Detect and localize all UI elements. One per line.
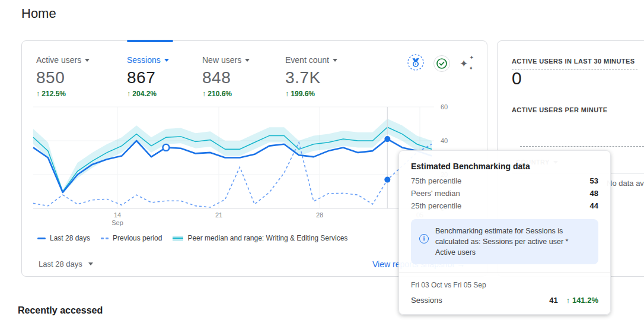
metric-value: 850 <box>36 68 90 87</box>
sparkles-icon[interactable]: ✦✦✦ <box>460 56 474 71</box>
active-users-30min-label[interactable]: ACTIVE USERS IN LAST 30 MINUTES <box>512 58 637 69</box>
svg-text:21: 21 <box>215 211 222 219</box>
tooltip-sessions-row: Sessions 41 ↑ 141.2% <box>399 289 610 314</box>
recently-accessed-heading: Recently accessed <box>18 305 103 316</box>
metric-value: 848 <box>202 68 250 87</box>
verified-check-icon[interactable] <box>433 55 450 72</box>
comparison-dates: Fri 03 Oct vs Fri 05 Sep <box>399 273 610 289</box>
benchmark-note: i Benchmarking estimate for Sessions is … <box>411 219 598 264</box>
legend-peer-median: Peer median and range: Writing & Editing… <box>173 234 347 242</box>
tooltip-title: Estimated Benchmarking data <box>399 151 610 175</box>
metric-delta: ↑ 199.6% <box>285 90 337 98</box>
chevron-down-icon <box>333 59 337 62</box>
metric-value: 867 <box>127 68 169 87</box>
tooltip-row-25th: 25th percentile 44 <box>399 200 610 212</box>
dashed-line-swatch <box>101 238 109 239</box>
svg-text:40: 40 <box>441 137 448 144</box>
metric-event-count[interactable]: Event count 3.7K ↑ 199.6% <box>285 55 337 98</box>
benchmarking-medal-icon[interactable] <box>407 54 424 73</box>
metric-value: 3.7K <box>285 68 337 87</box>
metric-delta: ↑ 212.5% <box>36 90 90 98</box>
active-users-per-minute-label: ACTIVE USERS PER MINUTE <box>512 106 607 113</box>
metric-new-users[interactable]: New users 848 ↑ 210.6% <box>202 55 250 98</box>
metric-label: Sessions <box>127 55 161 65</box>
metric-sessions[interactable]: Sessions 867 ↑ 204.2% <box>127 55 169 98</box>
page-title: Home <box>21 6 56 21</box>
band-swatch <box>173 236 183 241</box>
svg-text:28: 28 <box>316 211 323 219</box>
tooltip-row-median: Peers' median 48 <box>399 187 610 200</box>
metric-delta: ↑ 204.2% <box>127 90 169 98</box>
chevron-down-icon <box>245 59 250 62</box>
svg-text:Sep: Sep <box>111 219 123 226</box>
legend-previous-period: Previous period <box>101 234 162 242</box>
per-minute-baseline <box>520 146 644 147</box>
selected-metric-indicator <box>127 40 173 42</box>
metric-delta: ↑ 210.6% <box>202 90 250 98</box>
chevron-down-icon <box>164 59 169 62</box>
benchmarking-tooltip: Estimated Benchmarking data 75th percent… <box>398 150 611 315</box>
solid-line-swatch <box>37 238 46 239</box>
chart-legend: Last 28 days Previous period Peer median… <box>37 234 347 242</box>
info-icon: i <box>419 234 429 243</box>
metric-label: Active users <box>36 55 81 65</box>
legend-last-28-days: Last 28 days <box>37 234 90 242</box>
metric-label: New users <box>202 55 241 65</box>
metric-label: Event count <box>285 55 329 65</box>
svg-text:14: 14 <box>114 211 121 219</box>
active-users-30min-value: 0 <box>512 68 522 88</box>
chevron-down-icon <box>85 59 90 62</box>
svg-text:60: 60 <box>441 103 448 110</box>
metric-active-users[interactable]: Active users 850 ↑ 212.5% <box>36 55 90 98</box>
chevron-down-icon <box>88 262 93 265</box>
date-range-selector[interactable]: Last 28 days <box>39 260 93 268</box>
note-text: Benchmarking estimate for Sessions is ca… <box>435 226 590 258</box>
tooltip-row-75th: 75th percentile 53 <box>399 175 610 187</box>
no-data-text: No data available <box>607 179 644 188</box>
